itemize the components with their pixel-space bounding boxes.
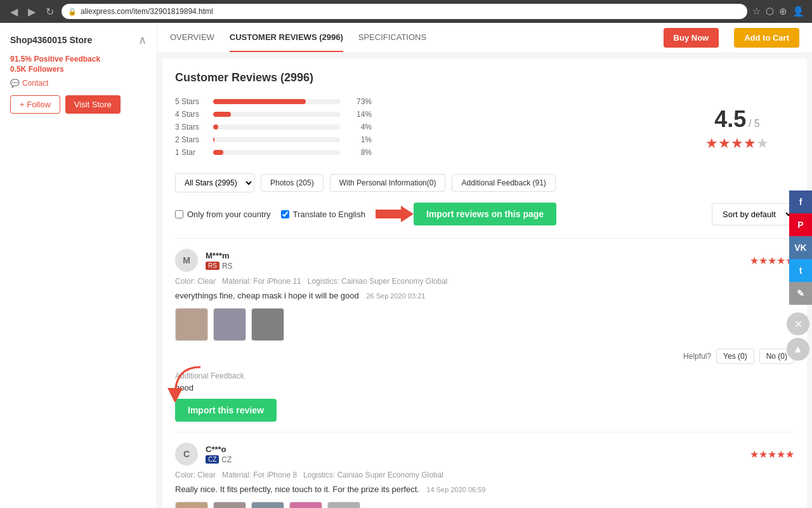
all-stars-filter[interactable]: All Stars (2995) 5 Stars 4 Stars 3 Stars… xyxy=(175,173,254,192)
rating-stars: ★★★★★ xyxy=(705,135,769,152)
star-row-3: 3 Stars 4% xyxy=(175,123,680,131)
translate-checkbox[interactable] xyxy=(281,210,289,218)
browser-chrome: ◀ ▶ ↻ 🔒 aliexpress.com/item/32901819894.… xyxy=(0,0,812,23)
review-image[interactable] xyxy=(327,502,360,508)
pct-4: 14% xyxy=(346,110,372,119)
translate-text: Translate to English xyxy=(293,210,365,219)
rating-display: 4.5 / 5 ★★★★★ xyxy=(680,106,794,152)
up-circle-button[interactable]: ▲ xyxy=(787,338,809,361)
puzzle-icon[interactable]: ⊕ xyxy=(779,6,787,17)
additional-feedback-filter-button[interactable]: Additional Feedback (91) xyxy=(452,174,555,192)
helpful-row: Helpful? Yes (0) No (0) xyxy=(175,349,794,364)
bar-4 xyxy=(213,112,340,117)
star-row-5: 5 Stars 73% xyxy=(175,97,680,106)
refresh-button[interactable]: ↻ xyxy=(43,3,56,20)
review-image[interactable] xyxy=(175,502,208,508)
contact-link[interactable]: 💬 Contact xyxy=(10,79,147,88)
sidebar: Shop4360015 Store ∧ 91.5% Positive Feedb… xyxy=(0,23,157,508)
yes-helpful-button[interactable]: Yes (0) xyxy=(716,349,754,364)
extensions-icon[interactable]: ⬡ xyxy=(766,6,774,17)
pct-1: 8% xyxy=(346,148,372,157)
add-to-cart-button[interactable]: Add to Cart xyxy=(734,28,799,48)
rating-denom: / 5 xyxy=(749,118,760,129)
review-card: C C***o CZ CZ ★★★★★ Color: Clear Materia… xyxy=(175,432,794,508)
photos-filter-button[interactable]: Photos (205) xyxy=(261,174,324,192)
import-reviews-page-button[interactable]: Import reviews on this page xyxy=(414,203,556,225)
rating-value: 4.5 xyxy=(714,106,746,132)
star-label-5: 5 Stars xyxy=(175,97,207,106)
star-icon[interactable]: ☆ xyxy=(752,6,761,17)
reviewer-avatar: M xyxy=(175,249,198,272)
pinterest-button[interactable]: P xyxy=(789,213,812,236)
reviewer-country: RS RS xyxy=(206,262,742,271)
bar-fill-3 xyxy=(213,124,218,130)
pct-5: 73% xyxy=(346,97,372,106)
nav-reviews[interactable]: CUSTOMER REVIEWS (2996) xyxy=(230,23,343,52)
url-bar[interactable]: 🔒 aliexpress.com/item/32901819894.html xyxy=(62,4,747,19)
review-image[interactable] xyxy=(213,502,246,508)
bar-5 xyxy=(213,99,340,104)
feedback-text: good xyxy=(175,383,794,392)
translate-label[interactable]: Translate to English xyxy=(281,210,365,219)
reviews-section: Customer Reviews (2996) 5 Stars 73% 4 St… xyxy=(162,58,807,508)
reviewer-name: M***m xyxy=(206,251,742,260)
personal-info-filter-button[interactable]: With Personal Information(0) xyxy=(330,174,446,192)
bar-1 xyxy=(213,150,340,155)
reviewer-info: M***m RS RS xyxy=(206,251,742,271)
reviews-title: Customer Reviews (2996) xyxy=(175,71,794,84)
import-arrow-1 xyxy=(162,364,213,402)
buy-now-button[interactable]: Buy Now xyxy=(664,28,719,48)
top-nav: OVERVIEW CUSTOMER REVIEWS (2996) SPECIFI… xyxy=(157,23,812,53)
star-row-4: 4 Stars 14% xyxy=(175,110,680,119)
edit-button[interactable]: ✎ xyxy=(789,282,812,305)
profile-icon[interactable]: 👤 xyxy=(792,6,804,17)
nav-specs[interactable]: SPECIFICATIONS xyxy=(358,23,426,52)
nav-overview[interactable]: OVERVIEW xyxy=(170,23,214,52)
country-filter-checkbox[interactable] xyxy=(175,210,183,218)
visit-store-button[interactable]: Visit Store xyxy=(65,95,121,114)
sort-select[interactable]: Sort by default Most recent Most helpful xyxy=(712,203,794,225)
helpful-label: Helpful? xyxy=(683,352,711,361)
star-label-1: 1 Star xyxy=(175,148,207,157)
star-bars: 5 Stars 73% 4 Stars 14% xyxy=(175,97,680,161)
review-date: 14 Sep 2020 06:59 xyxy=(426,486,485,493)
bar-2 xyxy=(213,137,340,142)
review-text: Really nice. It fits perfectly, nice tou… xyxy=(175,485,794,494)
follow-button[interactable]: + Follow xyxy=(10,95,60,114)
star-label-2: 2 Stars xyxy=(175,135,207,144)
reviewer-avatar: C xyxy=(175,443,198,465)
bar-fill-1 xyxy=(213,150,223,155)
bar-fill-4 xyxy=(213,112,231,117)
filter-row: All Stars (2995) 5 Stars 4 Stars 3 Stars… xyxy=(175,173,794,192)
review-image[interactable] xyxy=(251,502,284,508)
rating-breakdown: 5 Stars 73% 4 Stars 14% xyxy=(175,97,794,161)
vk-button[interactable]: VK xyxy=(789,236,812,259)
pct-3: 4% xyxy=(346,123,372,131)
followers-stat: 0.5K Followers xyxy=(10,65,147,74)
review-image[interactable] xyxy=(251,308,284,341)
country-code: RS xyxy=(222,262,233,271)
review-stars: ★★★★★ xyxy=(750,448,794,460)
facebook-button[interactable]: f xyxy=(789,190,812,213)
collapse-icon[interactable]: ∧ xyxy=(138,33,147,47)
store-actions: + Follow Visit Store xyxy=(10,95,147,114)
twitter-button[interactable]: t xyxy=(789,259,812,282)
import-review-1-button[interactable]: Import this review xyxy=(175,399,277,422)
followers-label: Followers xyxy=(29,65,64,74)
pct-2: 1% xyxy=(346,135,372,144)
store-stats: 91.5% Positive Feedback 0.5K Followers xyxy=(10,55,147,74)
review-image[interactable] xyxy=(213,308,246,341)
back-button[interactable]: ◀ xyxy=(8,3,20,20)
social-bar: f P VK t ✎ xyxy=(789,190,812,305)
close-circle-button[interactable]: ✕ xyxy=(787,312,809,335)
review-image[interactable] xyxy=(175,308,208,341)
lock-icon: 🔒 xyxy=(68,8,77,16)
import-arrow-wrapper: Import reviews on this page xyxy=(376,203,556,225)
star-row-1: 1 Star 8% xyxy=(175,148,680,157)
review-image[interactable] xyxy=(289,502,322,508)
country-filter-label[interactable]: Only from your country xyxy=(175,210,271,219)
bar-fill-5 xyxy=(213,99,306,104)
chat-icon: 💬 xyxy=(10,79,20,88)
forward-button[interactable]: ▶ xyxy=(25,3,38,20)
followers-count: 0.5K xyxy=(10,65,26,74)
